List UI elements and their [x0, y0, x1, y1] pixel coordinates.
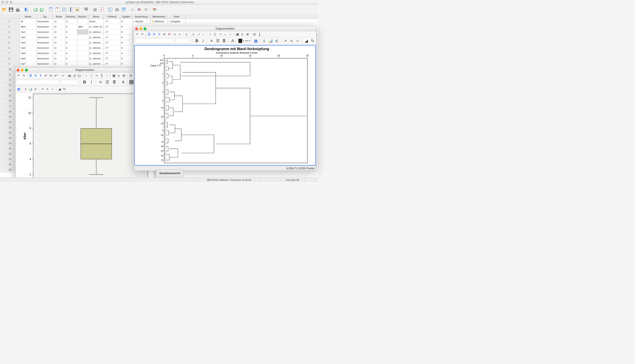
reset-icon[interactable]: ↻ [62, 86, 67, 92]
fill-color-swatch[interactable] [129, 80, 134, 84]
col-missing[interactable]: Fehlend [104, 14, 120, 18]
col-label[interactable]: Beschri… [77, 14, 88, 18]
redo-icon[interactable]: ↷ [140, 32, 145, 37]
annotation-icon[interactable]: ▭ [172, 32, 177, 37]
grid-icon[interactable]: ▦ [111, 73, 116, 78]
close-icon[interactable] [135, 27, 138, 30]
save-icon[interactable]: 💾 [8, 6, 14, 12]
chart-editor-dendro-window[interactable]: Diagrammeditor ↶ ↷ ☰ X Y ⇄ 🏷 ▭ ⌖ ▯ ⫿ ⩘ ∴… [134, 26, 317, 171]
bar-chart-icon[interactable] [67, 73, 72, 78]
text-color-icon[interactable]: A [120, 79, 126, 85]
variables-icon[interactable] [61, 6, 67, 12]
col-values[interactable]: Werte [88, 14, 104, 18]
bold-icon[interactable]: B [194, 38, 199, 44]
close-dot[interactable] [1, 1, 4, 4]
font-family-dropdown[interactable]: ⌃ [135, 38, 175, 43]
font-size-dropdown[interactable]: ⌃ [61, 80, 79, 84]
col-width[interactable]: Breite [53, 14, 65, 18]
bold-icon[interactable]: B [82, 79, 88, 85]
fill-color-swatch[interactable] [238, 39, 242, 43]
reset-icon[interactable]: ↻ [310, 38, 315, 44]
chart-builder-icon[interactable] [130, 6, 136, 12]
select-rect-icon[interactable]: ▯ [184, 32, 189, 37]
minimize-icon[interactable] [21, 69, 24, 72]
open-icon[interactable]: 📂 [1, 6, 8, 12]
stack-bar-icon[interactable]: ⫿ [23, 86, 28, 92]
recall-dialog-icon[interactable] [24, 6, 30, 12]
frame-l-icon[interactable]: ⌐ [208, 32, 213, 37]
boxplot-icon[interactable]: ⊟ [252, 32, 257, 37]
col-name[interactable]: Name [20, 14, 37, 18]
compute-icon[interactable]: μ [74, 6, 80, 12]
align-center-icon[interactable]: ☰ [104, 79, 111, 85]
line-style-icon[interactable] [245, 40, 248, 41]
col-type[interactable]: Typ [37, 14, 53, 18]
bar-h-icon[interactable]: ⫼ [116, 73, 121, 78]
select-cases-icon[interactable] [99, 6, 105, 12]
fit-line-icon[interactable]: ↗ [40, 86, 45, 92]
goto-variable-icon[interactable] [54, 6, 61, 12]
align-right-icon[interactable]: ≣ [221, 38, 227, 44]
transpose-icon[interactable]: ⇄ [162, 32, 167, 37]
fit-step-icon[interactable]: ⌐ [295, 38, 301, 44]
fit-line-icon[interactable]: ↗ [283, 38, 288, 44]
undo-icon[interactable]: ↶ [135, 32, 140, 37]
xy-axis-icon[interactable]: ☰ [28, 73, 33, 78]
text-color-icon[interactable]: A [230, 38, 235, 44]
redo-icon[interactable] [39, 6, 45, 12]
venn-icon[interactable] [136, 6, 142, 12]
undo-icon[interactable]: ↶ [16, 73, 21, 78]
maximize-dot[interactable] [10, 1, 13, 4]
clustered-bar-icon[interactable]: ▦ [253, 38, 258, 44]
vline-icon[interactable]: ║ [99, 73, 104, 78]
data-label-icon[interactable]: 🏷 [48, 73, 53, 78]
minimize-icon[interactable] [139, 27, 142, 30]
goto-case-icon[interactable] [48, 6, 54, 12]
zoom-icon[interactable] [144, 27, 147, 30]
variable-row[interactable]: 1 ID Numerisch 11 0 Keine -77 8 ≡Rechts … [0, 19, 318, 24]
col-measure[interactable]: Messniveau [150, 14, 168, 18]
spellcheck-icon[interactable]: ABC [152, 6, 158, 12]
bar-h-icon[interactable]: ⫼ [240, 32, 245, 37]
value-labels-icon[interactable]: A1 [107, 6, 114, 12]
redo-icon[interactable]: ↷ [21, 73, 26, 78]
find-icon[interactable] [83, 6, 89, 12]
fit-curve-icon[interactable]: ∿ [45, 86, 50, 92]
fit-curve-icon[interactable]: ∿ [289, 38, 294, 44]
frame-box-icon[interactable]: □ [218, 32, 223, 37]
identify-icon[interactable]: ⌖ [177, 32, 182, 37]
split-file-icon[interactable]: ▦ [92, 6, 98, 12]
col-role[interactable]: Rolle [168, 14, 186, 18]
zoom-icon[interactable] [25, 69, 28, 72]
grey-circle-icon[interactable] [143, 6, 149, 12]
dendro-window-titlebar[interactable]: Diagrammeditor [134, 26, 316, 31]
insert-variable-icon[interactable] [68, 6, 74, 12]
area-icon[interactable]: ◢ [303, 38, 309, 44]
bar-chart-icon[interactable]: ⫿ [191, 32, 196, 37]
font-family-dropdown[interactable]: ⌃ [16, 80, 60, 84]
undo-icon[interactable] [32, 6, 39, 12]
dendro-canvas[interactable]: Dendrogramm mit Ward-Verknüpfung Kombina… [134, 45, 316, 166]
col-decimal[interactable]: Dezimal… [65, 14, 77, 18]
align-right-icon[interactable]: ≣ [111, 79, 117, 85]
align-left-icon[interactable]: ≡ [97, 79, 104, 85]
line-chart-icon[interactable] [72, 73, 77, 78]
select-rect-icon[interactable]: ▭ [60, 73, 65, 78]
print-icon[interactable]: 🖨️ [15, 6, 21, 12]
frame-l-icon[interactable]: ⌐ [84, 73, 89, 78]
italic-icon[interactable]: I [88, 79, 95, 85]
align-center-icon[interactable]: ☰ [215, 38, 221, 44]
stack-bar-icon[interactable]: ⫿ [262, 38, 267, 44]
weight-cases-icon[interactable] [114, 6, 120, 12]
line-chart-icon[interactable]: ⩘ [196, 32, 201, 37]
bar-grouped-icon[interactable]: ⫼ [33, 86, 38, 92]
scatter-chart-icon[interactable] [77, 73, 82, 78]
align-left-icon[interactable]: ≡ [209, 38, 214, 44]
tab-variable-view[interactable]: Variablenansicht [156, 169, 183, 177]
histogram-icon[interactable]: ⊞ [122, 73, 126, 78]
bar-grouped-icon[interactable]: ⫼ [274, 38, 280, 44]
use-sets-icon[interactable] [121, 6, 127, 12]
identify-icon[interactable] [54, 73, 58, 78]
frame-inner-icon[interactable]: ⊏ [213, 32, 218, 37]
errorbar-icon[interactable]: ╽ [257, 32, 262, 37]
